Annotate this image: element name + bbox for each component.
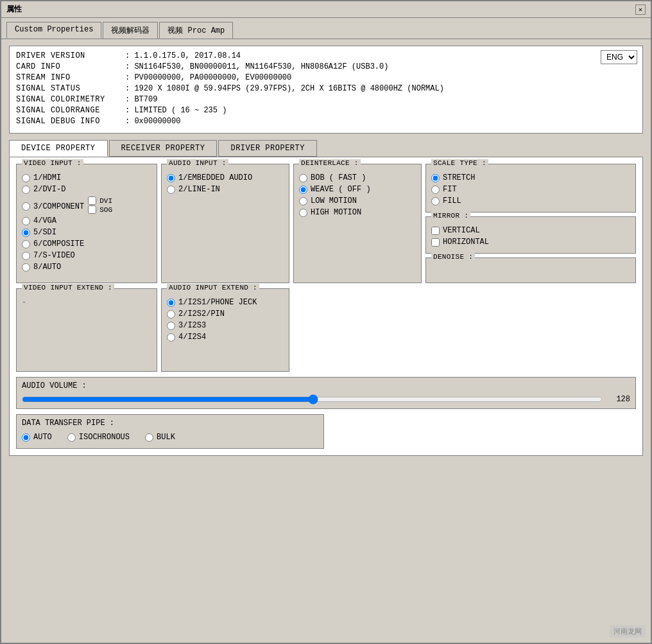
- radio-5sdi[interactable]: 5/SDI: [22, 228, 151, 237]
- radio-7svideo[interactable]: 7/S-VIDEO: [22, 251, 151, 260]
- info-value-stream: : PV00000000, PA00000000, EV00000000: [125, 73, 636, 82]
- checkbox-sog[interactable]: SOG: [88, 205, 112, 214]
- info-label-driver: DRIVER VERSION: [16, 51, 125, 60]
- radio-8auto-input[interactable]: [22, 263, 30, 272]
- radio-2linein-input[interactable]: [167, 186, 175, 194]
- scale-type-group: SCALE TYPE : STRETCH FIT FILL: [425, 164, 636, 213]
- video-input-label: VIDEO INPUT :: [22, 159, 83, 167]
- mirror-group: MIRROR : VERTICAL HORIZONTAL: [425, 216, 636, 254]
- volume-value: 128: [608, 395, 630, 404]
- audio-input-extend-label: AUDIO INPUT EXTEND :: [167, 284, 259, 292]
- empty-right: [293, 288, 636, 372]
- radio-3i2s3-input[interactable]: [167, 322, 175, 330]
- props-row1: VIDEO INPUT : 1/HDMI 2/DVI-D 3/COMPONENT: [16, 164, 636, 283]
- watermark: 河南龙网: [610, 625, 646, 638]
- info-row-driver: DRIVER VERSION : 1.1.0.175.0, 2017.08.14: [16, 51, 636, 60]
- radio-2i2s2-input[interactable]: [167, 310, 175, 318]
- close-button[interactable]: ✕: [635, 4, 646, 15]
- lang-select[interactable]: ENG CHN: [601, 50, 637, 64]
- denoise-label: DENOISE :: [431, 253, 475, 261]
- prop-tab-receiver[interactable]: RECEIVER PROPERTY: [109, 140, 218, 157]
- radio-fill[interactable]: FILL: [431, 196, 630, 205]
- radio-5sdi-input[interactable]: [22, 229, 30, 237]
- radio-bulk[interactable]: BULK: [145, 433, 175, 442]
- radio-fill-input[interactable]: [431, 197, 440, 205]
- radio-6composite-input[interactable]: [22, 240, 30, 248]
- radio-auto-input[interactable]: [22, 433, 30, 442]
- radio-4vga[interactable]: 4/VGA: [22, 216, 151, 225]
- radio-stretch[interactable]: STRETCH: [431, 173, 630, 182]
- tab-bar: Custom Properties 视频解码器 视频 Proc Amp: [1, 18, 651, 39]
- checkbox-vertical[interactable]: VERTICAL: [431, 226, 630, 235]
- radio-1i2s1-input[interactable]: [167, 299, 175, 307]
- checkbox-sog-input[interactable]: [88, 205, 96, 214]
- radio-weave[interactable]: WEAVE ( OFF ): [299, 185, 416, 194]
- radio-4i2s4-input[interactable]: [167, 333, 175, 342]
- deinterlace-group: DEINTERLACE : BOB ( FAST ) WEAVE ( OFF )…: [293, 164, 422, 283]
- prop-tab-device[interactable]: DEVICE PROPERTY: [9, 140, 108, 157]
- props-row2: VIDEO INPUT EXTEND : - AUDIO INPUT EXTEN…: [16, 288, 636, 372]
- radio-2dvid-input[interactable]: [22, 186, 30, 194]
- radio-fit[interactable]: FIT: [431, 185, 630, 194]
- radio-bob[interactable]: BOB ( FAST ): [299, 173, 416, 182]
- radio-1hdmi-input[interactable]: [22, 174, 30, 182]
- tab-video-proc-amp[interactable]: 视频 Proc Amp: [159, 22, 233, 39]
- checkbox-dvi-input[interactable]: [88, 196, 96, 205]
- radio-fit-input[interactable]: [431, 186, 440, 194]
- checkbox-vertical-input[interactable]: [431, 227, 440, 235]
- info-value-card: : SN1164F530, BN00000011, MN1164F530, HN…: [125, 62, 636, 71]
- volume-slider-row: 128: [22, 394, 630, 405]
- radio-highmotion[interactable]: HIGH MOTION: [299, 208, 416, 217]
- radio-8auto[interactable]: 8/AUTO: [22, 263, 151, 272]
- radio-2linein[interactable]: 2/LINE-IN: [167, 185, 284, 194]
- tab-video-decoder[interactable]: 视频解码器: [103, 22, 158, 39]
- scale-type-label: SCALE TYPE :: [431, 159, 488, 167]
- info-label-debug: SIGNAL DEBUG INFO: [16, 117, 125, 126]
- props-area: VIDEO INPUT : 1/HDMI 2/DVI-D 3/COMPONENT: [9, 157, 643, 456]
- video-input-extend-group: VIDEO INPUT EXTEND : -: [16, 288, 157, 372]
- video-input-group: VIDEO INPUT : 1/HDMI 2/DVI-D 3/COMPONENT: [16, 164, 157, 283]
- radio-3component-input[interactable]: [22, 202, 30, 211]
- radio-4vga-input[interactable]: [22, 217, 30, 225]
- volume-section: AUDIO VOLUME : 128: [16, 377, 636, 409]
- radio-weave-input[interactable]: [299, 186, 307, 194]
- volume-slider[interactable]: [22, 394, 603, 405]
- info-value-signal-status: : 1920 X 1080I @ 59.94FPS (29.97FPS), 2C…: [125, 84, 636, 93]
- checkbox-dvi[interactable]: DVI: [88, 196, 112, 205]
- radio-7svideo-input[interactable]: [22, 252, 30, 260]
- radio-highmotion-input[interactable]: [299, 209, 307, 217]
- component-checkboxes: DVI SOG: [88, 196, 112, 216]
- info-row-signal-status: SIGNAL STATUS : 1920 X 1080I @ 59.94FPS …: [16, 84, 636, 93]
- main-window: 属性 ✕ Custom Properties 视频解码器 视频 Proc Amp…: [0, 0, 652, 644]
- radio-stretch-input[interactable]: [431, 174, 440, 182]
- tab-custom-properties[interactable]: Custom Properties: [6, 22, 101, 39]
- mirror-label: MIRROR :: [431, 212, 470, 220]
- volume-label: AUDIO VOLUME :: [22, 381, 630, 390]
- radio-4i2s4[interactable]: 4/I2S4: [167, 333, 284, 342]
- radio-1hdmi[interactable]: 1/HDMI: [22, 173, 151, 182]
- radio-1embedded[interactable]: 1/EMBEDDED AUDIO: [167, 173, 284, 182]
- content-area: ENG CHN DRIVER VERSION : 1.1.0.175.0, 20…: [1, 39, 651, 462]
- radio-3i2s3[interactable]: 3/I2S3: [167, 321, 284, 330]
- radio-lowmotion-input[interactable]: [299, 197, 307, 205]
- checkbox-horizontal-input[interactable]: [431, 238, 440, 247]
- radio-lowmotion[interactable]: LOW MOTION: [299, 196, 416, 205]
- radio-6composite[interactable]: 6/COMPOSITE: [22, 239, 151, 248]
- radio-2dvid[interactable]: 2/DVI-D: [22, 185, 151, 194]
- radio-isochronous-input[interactable]: [67, 433, 76, 442]
- radio-3component[interactable]: 3/COMPONENT: [22, 202, 84, 211]
- radio-2i2s2[interactable]: 2/I2S2/PIN: [167, 309, 284, 318]
- radio-bob-input[interactable]: [299, 174, 307, 182]
- prop-tab-driver[interactable]: DRIVER PROPERTY: [218, 140, 317, 157]
- radio-isochronous[interactable]: ISOCHRONOUS: [67, 433, 130, 442]
- checkbox-horizontal[interactable]: HORIZONTAL: [431, 238, 630, 247]
- right-column: SCALE TYPE : STRETCH FIT FILL MI: [425, 164, 636, 283]
- radio-1i2s1[interactable]: 1/I2S1/PHONE JECK: [167, 298, 284, 307]
- radio-bulk-input[interactable]: [145, 433, 153, 442]
- info-value-debug: : 0x00000000: [125, 117, 636, 126]
- info-value-colorrange: : LIMITED ( 16 ~ 235 ): [125, 106, 636, 115]
- info-row-card: CARD INFO : SN1164F530, BN00000011, MN11…: [16, 62, 636, 71]
- info-row-debug: SIGNAL DEBUG INFO : 0x00000000: [16, 117, 636, 126]
- radio-auto[interactable]: AUTO: [22, 433, 52, 442]
- radio-1embedded-input[interactable]: [167, 174, 175, 182]
